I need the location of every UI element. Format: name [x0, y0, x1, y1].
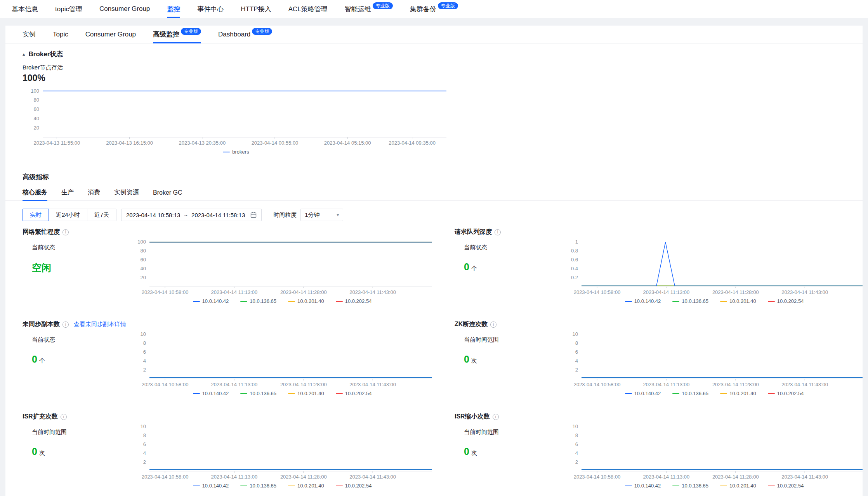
nav-item-event-center[interactable]: 事件中心 — [197, 0, 224, 18]
legend-label: 10.0.201.40 — [729, 391, 756, 396]
legend-item[interactable]: brokers — [223, 149, 249, 155]
legend-item[interactable]: 10.0.136.65 — [240, 298, 276, 304]
svg-text:8: 8 — [143, 340, 146, 346]
legend-item[interactable]: 10.0.140.42 — [193, 483, 229, 489]
time-range-7d-button[interactable]: 近7天 — [87, 209, 116, 221]
tab-consumer-group[interactable]: Consumer Group — [85, 26, 136, 43]
chart-column: 1086422023-04-14 10:58:002023-04-14 11:1… — [129, 331, 435, 396]
legend-line-marker — [336, 393, 343, 394]
legend-item[interactable]: 10.0.140.42 — [193, 298, 229, 304]
panel-title: 网络繁忙程度 — [23, 228, 60, 236]
legend-item[interactable]: 10.0.140.42 — [625, 298, 661, 304]
nav-item-topic-management[interactable]: topic管理 — [55, 0, 82, 18]
legend-item[interactable]: 10.0.202.54 — [336, 391, 372, 396]
info-icon[interactable]: i — [62, 229, 69, 235]
info-icon[interactable]: i — [493, 414, 499, 420]
legend-item[interactable]: 10.0.202.54 — [336, 483, 372, 489]
time-range-24h-button[interactable]: 近24小时 — [49, 209, 87, 221]
legend-line-marker — [193, 301, 200, 302]
legend-item[interactable]: 10.0.201.40 — [720, 298, 756, 304]
nav-item-acl-policy[interactable]: ACL策略管理 — [288, 0, 328, 18]
svg-text:2023-04-14 11:13:00: 2023-04-14 11:13:00 — [643, 474, 690, 480]
time-range-realtime-button[interactable]: 实时 — [23, 209, 49, 221]
main-card: 实例 Topic Consumer Group 高级监控专业版 Dashboar… — [5, 26, 863, 496]
line-chart: 10.80.60.40.22023-04-14 10:58:002023-04-… — [561, 238, 863, 297]
tab-core-service[interactable]: 核心服务 — [23, 185, 47, 200]
state-value-unit: 次 — [471, 357, 477, 364]
legend-item[interactable]: 10.0.136.65 — [672, 298, 708, 304]
legend-item[interactable]: 10.0.202.54 — [768, 483, 804, 489]
tab-broker-gc[interactable]: Broker GC — [153, 185, 182, 200]
info-icon[interactable]: i — [61, 414, 67, 420]
nav-item-consumer-group[interactable]: Consumer Group — [99, 0, 150, 18]
legend-item[interactable]: 10.0.136.65 — [240, 391, 276, 396]
tab-instance-resource[interactable]: 实例资源 — [114, 185, 139, 200]
legend-item[interactable]: 10.0.201.40 — [288, 483, 324, 489]
panel-body: 当前状态 空闲 100806040202023-04-14 10:58:0020… — [23, 238, 435, 304]
svg-text:10: 10 — [573, 331, 578, 337]
granularity-select[interactable]: 1分钟 ▾ — [300, 209, 343, 221]
info-icon[interactable]: i — [495, 229, 501, 235]
legend-line-marker — [720, 393, 727, 394]
svg-text:2023-04-14 10:58:00: 2023-04-14 10:58:00 — [142, 474, 189, 480]
tab-dashboard[interactable]: Dashboard专业版 — [218, 26, 272, 43]
nav-item-smart-ops[interactable]: 智能运维专业版 — [345, 0, 393, 18]
svg-text:2023-04-13 20:35:00: 2023-04-13 20:35:00 — [179, 140, 226, 146]
legend-label: 10.0.140.42 — [202, 391, 229, 396]
svg-text:2023-04-14 11:13:00: 2023-04-14 11:13:00 — [211, 382, 258, 387]
legend-item[interactable]: 10.0.201.40 — [288, 391, 324, 396]
tab-consume[interactable]: 消费 — [88, 185, 100, 200]
chart-legend: 10.0.140.4210.0.136.6510.0.201.4010.0.20… — [129, 298, 435, 304]
tab-produce[interactable]: 生产 — [61, 185, 74, 200]
svg-text:8: 8 — [575, 432, 578, 438]
legend-item[interactable]: 10.0.202.54 — [768, 391, 804, 396]
nav-item-http-access[interactable]: HTTP接入 — [241, 0, 271, 18]
svg-text:2023-04-14 00:55:00: 2023-04-14 00:55:00 — [252, 140, 299, 146]
broker-alive-value: 100% — [23, 73, 845, 83]
state-value-unit: 次 — [471, 449, 477, 456]
info-icon[interactable]: i — [490, 321, 496, 328]
tab-advanced-monitoring[interactable]: 高级监控专业版 — [153, 26, 201, 43]
nav-item-basic-info[interactable]: 基本信息 — [12, 0, 38, 18]
legend-item[interactable]: 10.0.140.42 — [193, 391, 229, 396]
legend-line-marker — [768, 301, 775, 302]
advanced-metrics-tabs: 核心服务 生产 消费 实例资源 Broker GC — [5, 185, 863, 201]
view-unsynced-replica-details-link[interactable]: 查看未同步副本详情 — [74, 321, 126, 328]
panel-current-state: 当前时间范围 0次 — [455, 423, 561, 489]
legend-line-marker — [193, 486, 200, 486]
svg-text:2: 2 — [575, 367, 578, 373]
legend-item[interactable]: 10.0.136.65 — [672, 483, 708, 489]
legend-line-marker — [720, 301, 727, 302]
nav-item-monitoring[interactable]: 监控 — [167, 0, 180, 18]
advanced-metrics-title: 高级指标 — [5, 173, 863, 181]
legend-item[interactable]: 10.0.201.40 — [720, 391, 756, 396]
svg-text:100: 100 — [31, 88, 39, 94]
panel-body: 当前时间范围 0次 1086422023-04-14 10:58:002023-… — [455, 423, 863, 489]
nav-item-cluster-backup[interactable]: 集群备份专业版 — [410, 0, 458, 18]
collapse-icon[interactable]: ▴ — [23, 51, 25, 57]
legend-item[interactable]: 10.0.140.42 — [625, 483, 661, 489]
legend-line-marker — [223, 152, 230, 152]
date-range-picker[interactable]: 2023-04-14 10:58:13 ~ 2023-04-14 11:58:1… — [121, 209, 262, 221]
tab-instance[interactable]: 实例 — [23, 26, 36, 43]
legend-item[interactable]: 10.0.136.65 — [240, 483, 276, 489]
legend-item[interactable]: 10.0.201.40 — [720, 483, 756, 489]
nav-item-label: 事件中心 — [197, 5, 224, 14]
state-value: 0个 — [464, 261, 561, 273]
panel-header: ZK断连次数 i — [455, 320, 863, 328]
legend-item[interactable]: 10.0.201.40 — [288, 298, 324, 304]
nav-item-label: 监控 — [167, 5, 180, 14]
legend-item[interactable]: 10.0.202.54 — [336, 298, 372, 304]
nav-item-label: Consumer Group — [99, 5, 150, 13]
legend-item[interactable]: 10.0.202.54 — [768, 298, 804, 304]
svg-text:2023-04-14 11:43:00: 2023-04-14 11:43:00 — [781, 474, 828, 480]
section-title: Broker状态 — [29, 50, 63, 59]
tab-topic[interactable]: Topic — [53, 26, 68, 43]
legend-item[interactable]: 10.0.136.65 — [672, 391, 708, 396]
svg-text:2023-04-14 05:15:00: 2023-04-14 05:15:00 — [324, 140, 371, 146]
legend-label: 10.0.201.40 — [297, 391, 324, 396]
info-icon[interactable]: i — [62, 321, 69, 328]
legend-line-marker — [240, 301, 247, 302]
legend-item[interactable]: 10.0.140.42 — [625, 391, 661, 396]
state-label: 当前时间范围 — [464, 336, 561, 344]
